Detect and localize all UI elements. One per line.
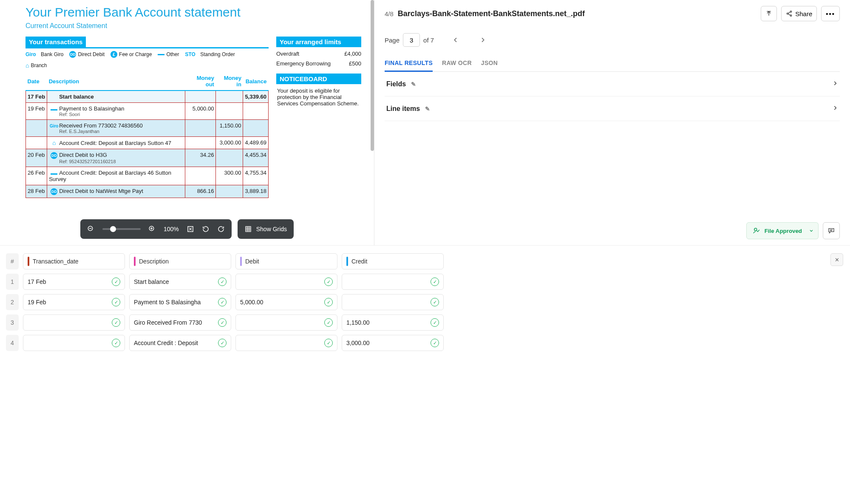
close-table-button[interactable]: ✕: [830, 253, 843, 266]
check-icon: ✓: [218, 277, 227, 286]
data-cell[interactable]: 5,000.00✓: [235, 294, 337, 310]
fields-section[interactable]: Fields✎: [385, 72, 840, 96]
page-input[interactable]: [403, 33, 420, 47]
row-number: 2: [6, 294, 19, 310]
table-row: ⌂Account Credit: Deposit at Barclays Sut…: [26, 137, 269, 149]
table-row: 20 Feb DDDirect Debit to H3GRef: 9524325…: [26, 149, 269, 167]
table-row: 26 Feb Account Credit: Deposit at Barcla…: [26, 167, 269, 185]
legend: Giro Bank Giro DDDirect Debit £Fee or Ch…: [26, 51, 269, 69]
data-cell[interactable]: ✓: [342, 294, 444, 310]
data-cell[interactable]: ✓: [23, 335, 125, 351]
scrollbar[interactable]: [371, 0, 374, 151]
rotate-left-icon[interactable]: [202, 225, 210, 233]
table-row: 17 Feb Start balance 5,339.60: [26, 91, 269, 103]
check-icon: ✓: [324, 277, 333, 286]
column-header[interactable]: Credit: [342, 253, 444, 269]
transactions-table: Date Description Money out Money in Bala…: [26, 72, 269, 198]
check-icon: ✓: [431, 277, 439, 286]
prev-page-button[interactable]: [449, 34, 462, 46]
approved-dropdown[interactable]: [804, 222, 819, 239]
zoom-in-icon[interactable]: [148, 225, 156, 233]
check-icon: ✓: [218, 318, 227, 327]
check-icon: ✓: [431, 339, 439, 347]
page-navigator: Page of 7: [385, 33, 840, 47]
other-icon: [158, 54, 164, 55]
comment-button[interactable]: [823, 222, 840, 239]
check-icon: ✓: [112, 318, 120, 327]
chevron-right-icon: [832, 79, 838, 88]
next-page-button[interactable]: [476, 34, 489, 46]
data-cell[interactable]: ✓: [23, 314, 125, 331]
transactions-header: Your transactions: [26, 37, 86, 47]
tab-final-results[interactable]: FINAL RESULTS: [385, 56, 433, 72]
data-cell[interactable]: 1,150.00✓: [342, 314, 444, 331]
table-row: GiroReceived From 773002 74836560Ref. E.…: [26, 120, 269, 137]
data-cell[interactable]: ✓: [342, 274, 444, 290]
row-number: 1: [6, 274, 19, 290]
extracted-table: ✕ # 1234 Transaction_date17 Feb✓19 Feb✓✓…: [0, 245, 850, 355]
zoom-level: 100%: [164, 226, 179, 232]
column-header[interactable]: Debit: [235, 253, 337, 269]
check-icon: ✓: [112, 277, 120, 286]
zoom-slider[interactable]: [102, 228, 141, 230]
doc-subtitle: Current Account Statement: [26, 22, 361, 30]
tab-raw-ocr[interactable]: RAW OCR: [442, 56, 472, 71]
edit-icon[interactable]: ✎: [425, 105, 430, 112]
column-header[interactable]: Transaction_date: [23, 253, 125, 269]
grid-icon: [244, 225, 252, 233]
dd-icon: DD: [69, 51, 76, 58]
data-cell[interactable]: ✓: [235, 314, 337, 331]
check-icon: ✓: [112, 298, 120, 306]
check-icon: ✓: [218, 339, 227, 347]
data-cell[interactable]: ✓: [235, 335, 337, 351]
data-cell[interactable]: 17 Feb✓: [23, 274, 125, 290]
upload-button[interactable]: [761, 6, 777, 21]
viewer-toolbar: 100% Show Grids: [0, 212, 374, 245]
right-panel: 4/8 Barclays-Bank-Statement-BankStatemen…: [374, 0, 850, 245]
file-name: Barclays-Bank-Statement-BankStatements.n…: [398, 9, 756, 18]
file-approved-button[interactable]: File Approved: [746, 222, 808, 239]
chevron-right-icon: [832, 104, 838, 113]
check-icon: ✓: [112, 339, 120, 347]
result-tabs: FINAL RESULTS RAW OCR JSON: [385, 56, 840, 72]
notice-box: NOTICEBOARD Your deposit is eligible for…: [276, 74, 361, 108]
fit-screen-icon[interactable]: [187, 225, 194, 233]
tab-json[interactable]: JSON: [481, 56, 498, 71]
zoom-out-icon[interactable]: [87, 225, 95, 233]
document-viewer[interactable]: Your Premier Bank Account statement Curr…: [0, 0, 374, 212]
data-cell[interactable]: 19 Feb✓: [23, 294, 125, 310]
check-icon: ✓: [324, 298, 333, 306]
svg-line-15: [788, 12, 790, 13]
check-icon: ✓: [324, 339, 333, 347]
check-icon: ✓: [431, 298, 439, 306]
row-number-header: #: [6, 253, 19, 269]
fee-icon: £: [110, 51, 117, 58]
column-header[interactable]: Description: [129, 253, 231, 269]
check-icon: ✓: [218, 298, 227, 306]
show-grids-button[interactable]: Show Grids: [238, 219, 294, 239]
more-button[interactable]: •••: [821, 6, 840, 21]
svg-line-16: [788, 14, 790, 15]
rotate-right-icon[interactable]: [217, 225, 225, 233]
doc-title: Your Premier Bank Account statement: [26, 5, 361, 20]
branch-icon: ⌂: [26, 62, 29, 69]
table-row: 19 Feb Payment to S BalasinghanRef: Soor…: [26, 103, 269, 120]
share-button[interactable]: Share: [781, 6, 817, 21]
data-cell[interactable]: Giro Received From 7730✓: [129, 314, 231, 331]
row-number: 3: [6, 314, 19, 331]
data-cell[interactable]: ✓: [235, 274, 337, 290]
edit-icon[interactable]: ✎: [411, 81, 416, 88]
table-row: 28 Feb DDDirect Debit to NatWest Mtge Pa…: [26, 185, 269, 198]
data-cell[interactable]: Payment to S Balasingha✓: [129, 294, 231, 310]
svg-rect-6: [246, 227, 251, 232]
line-items-section[interactable]: Line items✎: [385, 96, 840, 121]
check-icon: ✓: [324, 318, 333, 327]
check-icon: ✓: [431, 318, 439, 327]
data-cell[interactable]: 3,000.00✓: [342, 335, 444, 351]
data-cell[interactable]: Start balance✓: [129, 274, 231, 290]
data-cell[interactable]: Account Credit : Deposit✓: [129, 335, 231, 351]
svg-point-17: [754, 228, 756, 231]
file-counter: 4/8: [385, 10, 394, 17]
limits-box: Your arranged limits Overdraft£4,000Emer…: [276, 37, 361, 68]
row-number: 4: [6, 335, 19, 351]
